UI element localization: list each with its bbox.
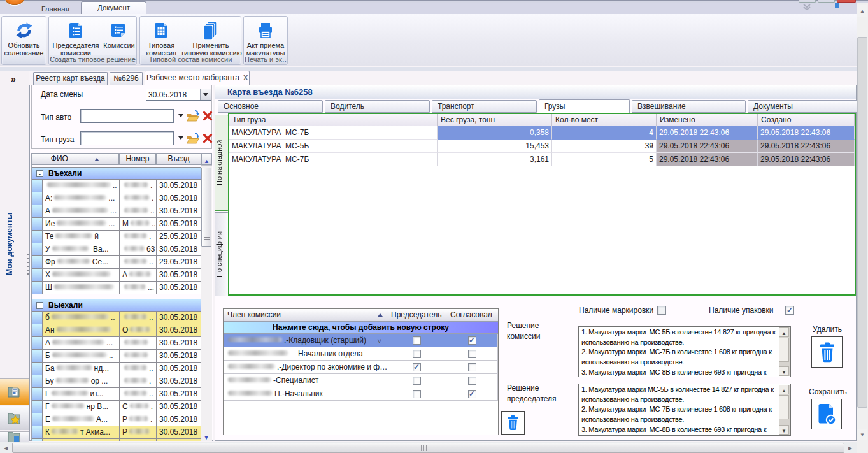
sidebar-favorites-button[interactable]: [0, 406, 29, 430]
act-print-button[interactable]: Акт приемамакулатуры: [245, 18, 287, 57]
commission-textarea-scrollbar[interactable]: ▲ ▼: [779, 327, 790, 376]
visitor-row[interactable]: Гит.....30.05.2018: [32, 388, 201, 401]
column-header-agreed[interactable]: Согласовал: [446, 309, 498, 322]
close-button[interactable]: [837, 0, 856, 3]
chairman-checkbox[interactable]: [413, 377, 421, 385]
column-header-chairman[interactable]: Председатель: [387, 309, 446, 322]
visitor-row[interactable]: А...30.05.2018: [32, 337, 201, 350]
minimize-button[interactable]: [799, 0, 816, 3]
chairman-checkbox[interactable]: [413, 336, 421, 345]
commission-row[interactable]: —Начальник отдела: [224, 347, 498, 361]
chairman-decision-button[interactable]: Председателякомиссии: [50, 18, 101, 57]
card-tab-vzveshivanie[interactable]: Взвешивание: [632, 100, 746, 113]
visitor-row[interactable]: Кт Акма...Р30.05.2018: [32, 426, 201, 439]
row-selector[interactable]: [32, 231, 43, 243]
date-dropdown-button[interactable]: [200, 89, 211, 100]
vehicle-dropdown-icon[interactable]: [178, 114, 183, 117]
column-header-nomer[interactable]: Номер: [119, 153, 156, 165]
collapse-group-icon[interactable]: -: [36, 170, 43, 177]
row-selector[interactable]: [32, 324, 43, 336]
ribbon-tab-dokument[interactable]: Документ: [81, 1, 146, 14]
visitor-row[interactable]: [32, 439, 201, 441]
visitor-row[interactable]: Ие...М..30.05.2018: [32, 218, 201, 231]
agreed-checkbox[interactable]: [468, 377, 476, 385]
visitor-group-header[interactable]: -Выехали: [32, 299, 201, 312]
card-tab-transport[interactable]: Транспорт: [432, 100, 537, 113]
textarea-scroll-down-button[interactable]: ▼: [779, 366, 789, 376]
row-selector[interactable]: [32, 269, 43, 281]
visitor-row[interactable]: У Ва...6330.05.2018: [32, 243, 201, 256]
tab-rabochee-mesto[interactable]: Рабочее место лаборантаX: [145, 71, 250, 85]
row-selector[interactable]: [32, 375, 43, 387]
member-dropdown-icon[interactable]: ˅: [378, 334, 381, 347]
commission-row[interactable]: .-Директор по экономике и ф…✓: [224, 361, 498, 374]
chairman-textarea-scrollbar[interactable]: ▲ ▼: [779, 385, 790, 435]
card-tab-voditel[interactable]: Водитель: [325, 100, 430, 113]
visitor-row[interactable]: АнО30.05.2018: [32, 324, 201, 337]
cargo-row[interactable]: МАКУЛАТУРА МС-7Б0,358429.05.2018 22:43:0…: [229, 126, 855, 140]
scroll-right-button[interactable]: ▶: [845, 443, 855, 453]
visitor-row[interactable]: ...30.05.2018: [32, 180, 201, 192]
chairman-checkbox[interactable]: ✓: [413, 363, 421, 371]
cargo-column-header[interactable]: Изменено: [657, 114, 758, 126]
row-selector[interactable]: [32, 363, 43, 375]
visitor-row[interactable]: ФрСе.....29.05.2018: [32, 256, 201, 269]
cargo-open-folder-icon[interactable]: [186, 131, 200, 145]
visitor-row[interactable]: ХА30.05.2018: [32, 269, 201, 282]
cargo-clear-icon[interactable]: [202, 133, 213, 144]
agreed-checkbox[interactable]: [468, 363, 476, 371]
collapse-ribbon-icon[interactable]: [801, 4, 813, 10]
row-selector[interactable]: [32, 413, 43, 426]
delete-decision-button[interactable]: [811, 336, 843, 368]
column-header-member[interactable]: Член комиссии: [224, 309, 387, 322]
save-button[interactable]: [811, 399, 842, 429]
cargo-column-header[interactable]: Вес груза, тонн: [438, 114, 552, 126]
cargo-dropdown-icon[interactable]: [178, 136, 183, 140]
card-tab-osnovnoe[interactable]: Основное: [218, 100, 323, 113]
textarea-scroll-up-button[interactable]: ▲: [779, 327, 789, 337]
agreed-checkbox[interactable]: ✓: [468, 390, 476, 398]
sidebar-expand-button[interactable]: »: [11, 74, 27, 84]
row-selector[interactable]: [32, 312, 43, 324]
cargo-row[interactable]: МАКУЛАТУРА МС-7Б3,161529.05.2018 22:43:0…: [229, 153, 855, 166]
visitor-row[interactable]: Банд.....30.05.2018: [32, 363, 201, 375]
tab-close-icon[interactable]: X: [243, 74, 248, 82]
visitor-row[interactable]: Буор ....30.05.2018: [32, 375, 201, 388]
commission-row[interactable]: -Специалист: [224, 374, 498, 387]
refresh-content-button[interactable]: Обновитьсодержание: [3, 18, 45, 57]
side-tab-po-nakladnoy[interactable]: По накладной: [215, 115, 229, 211]
tab-n6296[interactable]: №6296: [110, 72, 143, 85]
vehicle-clear-icon[interactable]: [202, 110, 213, 122]
card-tab-dokumenty[interactable]: Документы: [748, 100, 858, 113]
row-selector[interactable]: [32, 401, 43, 413]
card-tab-gruzy[interactable]: Грузы: [539, 99, 630, 113]
tab-reestr-kart[interactable]: Реестр карт въезда: [33, 72, 108, 85]
sidebar-folder-button[interactable]: [0, 431, 29, 442]
row-selector[interactable]: [32, 243, 43, 255]
shift-date-combo[interactable]: 30.05.2018: [146, 89, 211, 101]
visitor-row[interactable]: А.....30.05.2018: [32, 205, 201, 218]
column-header-fio[interactable]: ФИО: [31, 153, 119, 165]
textarea-scroll-thumb[interactable]: [779, 338, 789, 362]
scroll-left-button[interactable]: ◀: [1, 443, 11, 453]
typical-commission-button[interactable]: Типоваякомиссия: [141, 18, 181, 57]
window-horizontal-scrollbar[interactable]: ◀ ▶: [0, 442, 857, 453]
apply-typical-commission-button[interactable]: Применитьтиповую комиссию: [181, 18, 241, 57]
commission-decision-textarea[interactable]: 1. Макулатура марки МС-5Б в количестве 1…: [578, 326, 791, 377]
column-header-vezd[interactable]: Въезд: [156, 153, 201, 165]
ribbon-tab-glavnaya[interactable]: Главная: [34, 4, 76, 13]
vehicle-type-input[interactable]: [80, 109, 174, 123]
row-selector[interactable]: [32, 337, 43, 349]
chairman-decision-textarea[interactable]: 1. Макулатура марки МС-5Б в количестве 1…: [578, 384, 791, 436]
visitors-scroll-up-button[interactable]: ▲: [201, 153, 212, 165]
agreed-checkbox[interactable]: ✓: [468, 336, 476, 345]
row-selector[interactable]: [32, 426, 43, 438]
row-selector[interactable]: [32, 439, 43, 441]
row-selector[interactable]: [32, 282, 43, 294]
cargo-column-header[interactable]: Кол-во мест: [552, 114, 657, 126]
scroll-down-button[interactable]: ▼: [857, 429, 867, 440]
visitor-row[interactable]: А:....30.05.2018: [32, 192, 201, 205]
window-vertical-scrollbar[interactable]: ▲ ▼: [857, 3, 868, 442]
row-selector[interactable]: [32, 256, 43, 268]
visitor-row[interactable]: ЕА...Р.30.05.2018: [32, 413, 201, 426]
